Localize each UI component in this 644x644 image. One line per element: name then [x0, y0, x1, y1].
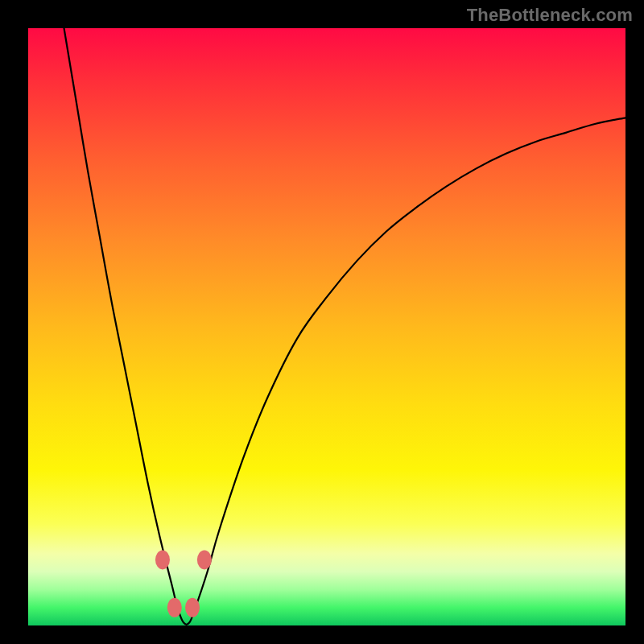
chart-frame: TheBottleneck.com — [0, 0, 644, 644]
highlight-dot — [155, 550, 170, 569]
watermark-text: TheBottleneck.com — [467, 5, 633, 26]
highlight-dot — [185, 598, 200, 617]
highlight-dot — [197, 550, 212, 569]
chart-svg — [28, 28, 625, 625]
highlight-dot — [167, 598, 182, 617]
bottleneck-curve — [64, 28, 625, 625]
